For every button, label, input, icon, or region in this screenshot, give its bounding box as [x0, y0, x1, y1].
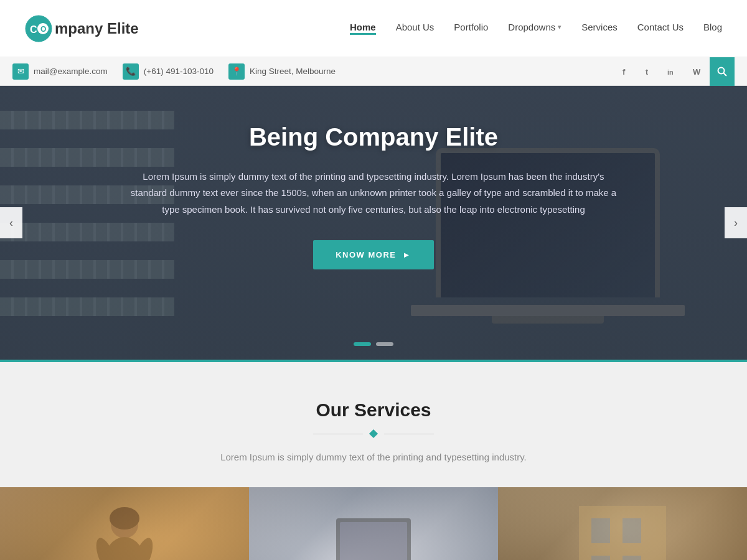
svg-text:f: f [622, 67, 626, 76]
slider-dots [354, 342, 393, 346]
email-icon: ✉ [12, 63, 29, 80]
linkedin-button[interactable]: in [662, 61, 684, 82]
nav-contact[interactable]: Contact Us [637, 22, 684, 35]
svg-text:W: W [693, 67, 701, 76]
search-button[interactable] [710, 57, 735, 86]
slider-dot-2[interactable] [376, 342, 393, 346]
divider-line-right [384, 434, 434, 434]
svg-rect-22 [591, 518, 610, 543]
header: C O mpany Elite Home About Us Portfolio … [0, 0, 747, 57]
slider-dot-1[interactable] [354, 342, 371, 346]
service-card-2[interactable] [249, 487, 498, 560]
slider-next-button[interactable]: › [725, 207, 747, 238]
svg-point-11 [110, 507, 139, 530]
address-text: King Street, Melbourne [250, 67, 336, 76]
card-2-image [249, 487, 498, 560]
social-links: f t in W [615, 57, 735, 86]
svg-text:in: in [667, 68, 674, 76]
nav-services[interactable]: Services [581, 22, 618, 35]
contact-info: ✉ mail@example.com 📞 (+61) 491-103-010 📍… [12, 63, 336, 80]
services-description: Lorem Ipsum is simply dummy text of the … [0, 452, 747, 462]
hero-slider: Being Company Elite Lorem Ipsum is simpl… [0, 86, 747, 360]
address-info: 📍 King Street, Melbourne [228, 63, 336, 80]
svg-rect-24 [591, 556, 610, 560]
email-info: ✉ mail@example.com [12, 63, 108, 80]
logo[interactable]: C O mpany Elite [25, 15, 139, 42]
slider-prev-button[interactable]: ‹ [0, 207, 22, 238]
services-cards [0, 487, 747, 560]
email-text: mail@example.com [34, 67, 108, 76]
main-nav: Home About Us Portfolio Dropdowns ▾ Serv… [350, 22, 722, 35]
divider-line-left [313, 434, 363, 434]
arrow-icon: ► [402, 250, 411, 259]
phone-info: 📞 (+61) 491-103-010 [123, 63, 214, 80]
nav-dropdowns[interactable]: Dropdowns ▾ [508, 22, 561, 35]
hero-title: Being Company Elite [125, 123, 622, 151]
hero-description: Lorem Ipsum is simply dummy text of the … [125, 169, 622, 218]
service-card-3[interactable] [498, 487, 747, 560]
service-card-1[interactable] [0, 487, 249, 560]
wordpress-button[interactable]: W [686, 61, 707, 82]
card-1-image [0, 487, 249, 560]
phone-text: (+61) 491-103-010 [144, 67, 214, 76]
phone-icon: 📞 [123, 63, 139, 80]
svg-text:O: O [40, 25, 46, 34]
nav-blog[interactable]: Blog [703, 22, 722, 35]
svg-text:C: C [30, 24, 37, 35]
logo-name: mpany Elite [55, 20, 139, 37]
dropdown-arrow-icon: ▾ [558, 23, 561, 31]
services-divider [0, 431, 747, 437]
location-icon: 📍 [228, 63, 245, 80]
services-section: Our Services Lorem Ipsum is simply dummy… [0, 362, 747, 560]
nav-home[interactable]: Home [350, 22, 376, 35]
nav-about[interactable]: About Us [396, 22, 435, 35]
svg-rect-17 [340, 522, 407, 560]
divider-diamond-icon [369, 429, 378, 438]
svg-line-9 [724, 73, 727, 76]
nav-portfolio[interactable]: Portfolio [454, 22, 488, 35]
twitter-button[interactable]: t [639, 61, 660, 82]
info-bar: ✉ mail@example.com 📞 (+61) 491-103-010 📍… [0, 57, 747, 86]
card-3-image [498, 487, 747, 560]
services-title: Our Services [0, 399, 747, 421]
svg-rect-23 [622, 518, 641, 543]
svg-point-8 [718, 67, 725, 73]
svg-rect-25 [622, 556, 641, 560]
svg-text:t: t [646, 68, 648, 76]
facebook-button[interactable]: f [615, 61, 636, 82]
hero-content: Being Company Elite Lorem Ipsum is simpl… [0, 86, 747, 269]
know-more-button[interactable]: KNOW MORE ► [313, 240, 434, 269]
